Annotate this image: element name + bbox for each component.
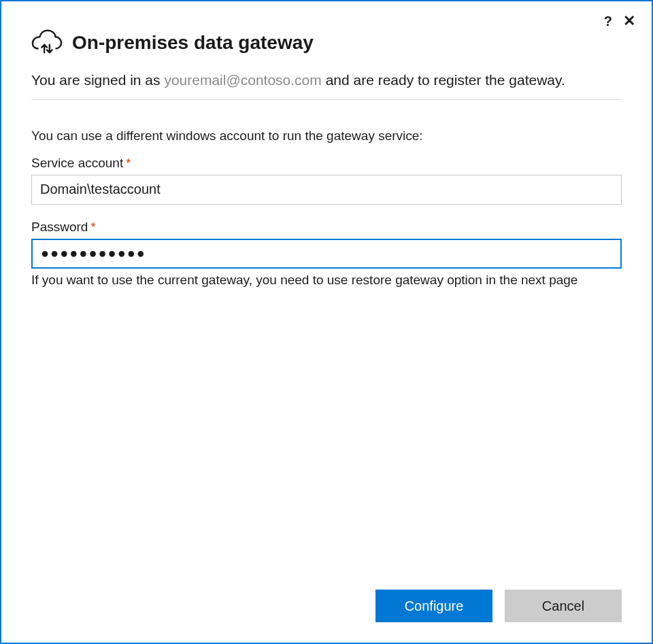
- help-icon[interactable]: ?: [604, 14, 612, 29]
- cloud-gateway-icon: [31, 29, 63, 57]
- password-label-text: Password: [31, 220, 88, 234]
- divider: [31, 99, 622, 100]
- required-star-icon: *: [126, 156, 131, 170]
- service-account-label-text: Service account: [31, 156, 123, 170]
- button-row: Configure Cancel: [375, 590, 622, 622]
- signed-in-email: youremail@contoso.com: [164, 72, 321, 88]
- cancel-button[interactable]: Cancel: [505, 590, 622, 622]
- gateway-config-window: ? ✕ On-premises data gateway You are sig…: [1, 1, 652, 643]
- password-label: Password*: [31, 220, 622, 235]
- service-account-input[interactable]: [31, 175, 622, 205]
- window-controls: ? ✕: [604, 12, 635, 30]
- service-account-label: Service account*: [31, 156, 622, 171]
- password-input[interactable]: ●●●●●●●●●●●: [31, 239, 622, 269]
- signed-in-message: You are signed in as youremail@contoso.c…: [31, 69, 622, 91]
- configure-button[interactable]: Configure: [375, 590, 492, 622]
- signed-in-prefix: You are signed in as: [31, 72, 164, 88]
- close-icon[interactable]: ✕: [623, 12, 635, 30]
- header: On-premises data gateway: [31, 29, 622, 57]
- required-star-icon: *: [90, 220, 95, 234]
- restore-hint-text: If you want to use the current gateway, …: [31, 273, 622, 288]
- instruction-text: You can use a different windows account …: [31, 129, 622, 143]
- page-title: On-premises data gateway: [72, 32, 314, 54]
- signed-in-suffix: and are ready to register the gateway.: [322, 72, 565, 88]
